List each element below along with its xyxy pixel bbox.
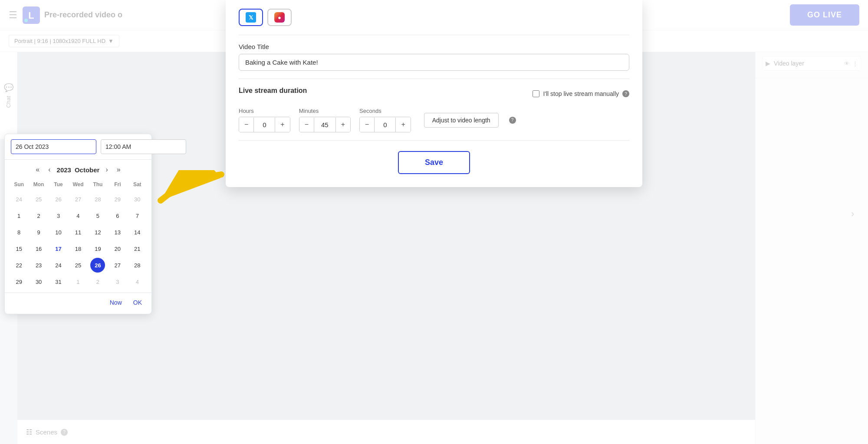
cal-day-19[interactable]: 19 xyxy=(90,241,105,256)
cal-day-28[interactable]: 28 xyxy=(130,258,145,273)
hours-label: Hours xyxy=(239,108,290,114)
cal-day-3[interactable]: 3 xyxy=(51,208,66,223)
calendar-row-1: 24 25 26 27 28 29 30 xyxy=(9,191,147,207)
calendar-year: 2023 xyxy=(57,166,71,174)
next-month-button[interactable]: › xyxy=(103,164,110,175)
cal-day-24-prev[interactable]: 24 xyxy=(12,192,26,207)
adjust-to-video-button[interactable]: Adjust to video length xyxy=(424,113,499,128)
weekday-mon: Mon xyxy=(29,180,48,189)
seconds-control: − 0 + xyxy=(359,117,411,132)
cal-day-29-prev[interactable]: 29 xyxy=(110,192,125,207)
minutes-label: Minutes xyxy=(299,108,351,114)
prev-month-button[interactable]: ‹ xyxy=(46,164,53,175)
cal-day-30[interactable]: 30 xyxy=(31,274,46,289)
calendar-nav: « ‹ 2023 October › » xyxy=(5,160,151,180)
manual-stop-label: I'll stop live stream manually xyxy=(543,90,619,97)
cal-day-4-next[interactable]: 4 xyxy=(130,274,145,289)
cal-day-25-prev[interactable]: 25 xyxy=(31,192,46,207)
weekday-sun: Sun xyxy=(9,180,29,189)
calendar-row-2: 1 2 3 4 5 6 7 xyxy=(9,207,147,224)
cal-day-26-prev[interactable]: 26 xyxy=(51,192,66,207)
now-button[interactable]: Now xyxy=(106,297,125,308)
prev-year-button[interactable]: « xyxy=(33,164,42,175)
minutes-decrement-button[interactable]: − xyxy=(299,117,314,132)
calendar-row-6: 29 30 31 1 2 3 4 xyxy=(9,273,147,290)
cal-day-14[interactable]: 14 xyxy=(130,225,145,240)
cal-day-3-next[interactable]: 3 xyxy=(110,274,125,289)
cal-day-11[interactable]: 11 xyxy=(71,225,85,240)
cal-day-21[interactable]: 21 xyxy=(130,241,145,256)
cal-day-29[interactable]: 29 xyxy=(12,274,26,289)
time-input[interactable] xyxy=(101,139,186,154)
cal-day-31[interactable]: 31 xyxy=(51,274,66,289)
platform-twitter-button[interactable]: 𝕏 xyxy=(239,9,263,26)
weekday-sat: Sat xyxy=(128,180,147,189)
calendar-grid: Sun Mon Tue Wed Thu Fri Sat 24 25 26 27 … xyxy=(5,180,151,290)
manual-stop-checkbox[interactable] xyxy=(533,90,539,97)
save-button[interactable]: Save xyxy=(398,151,470,174)
minutes-unit: Minutes − 45 + xyxy=(299,108,351,132)
divider-2 xyxy=(239,140,629,141)
next-year-button[interactable]: » xyxy=(114,164,123,175)
cal-day-10[interactable]: 10 xyxy=(51,225,66,240)
cal-day-18[interactable]: 18 xyxy=(71,241,85,256)
adjust-help-icon[interactable]: ? xyxy=(509,117,516,124)
seconds-decrement-button[interactable]: − xyxy=(360,117,374,132)
cal-day-5[interactable]: 5 xyxy=(90,208,105,223)
seconds-value: 0 xyxy=(374,118,396,132)
cal-day-25[interactable]: 25 xyxy=(71,258,85,273)
cal-day-26[interactable]: 26 xyxy=(90,258,105,273)
cal-day-27-prev[interactable]: 27 xyxy=(71,192,85,207)
cal-day-7[interactable]: 7 xyxy=(130,208,145,223)
cal-day-6[interactable]: 6 xyxy=(110,208,125,223)
minutes-increment-button[interactable]: + xyxy=(336,117,350,132)
weekday-tue: Tue xyxy=(49,180,68,189)
cal-day-16[interactable]: 16 xyxy=(31,241,46,256)
cal-day-1-next[interactable]: 1 xyxy=(71,274,85,289)
live-stream-duration-title: Live stream duration xyxy=(239,87,307,95)
cal-day-22[interactable]: 22 xyxy=(12,258,26,273)
ok-button[interactable]: OK xyxy=(130,297,145,308)
cal-day-12[interactable]: 12 xyxy=(90,225,105,240)
cal-day-23[interactable]: 23 xyxy=(31,258,46,273)
weekday-wed: Wed xyxy=(68,180,88,189)
weekday-fri: Fri xyxy=(108,180,127,189)
duration-row: Hours − 0 + Minutes − 45 + Seconds − 0 + xyxy=(239,108,629,132)
minutes-control: − 45 + xyxy=(299,117,351,132)
cal-day-4[interactable]: 4 xyxy=(71,208,85,223)
seconds-increment-button[interactable]: + xyxy=(396,117,410,132)
calendar-month: October xyxy=(75,166,100,174)
hours-control: − 0 + xyxy=(239,117,290,132)
calendar-footer: Now OK xyxy=(5,293,151,310)
cal-day-24[interactable]: 24 xyxy=(51,258,66,273)
save-button-area: Save xyxy=(239,151,629,174)
calendar-row-3: 8 9 10 11 12 13 14 xyxy=(9,224,147,240)
instagram-icon: ● xyxy=(274,12,285,23)
calendar-picker: « ‹ 2023 October › » Sun Mon Tue Wed Thu… xyxy=(4,134,152,314)
cal-day-2[interactable]: 2 xyxy=(31,208,46,223)
cal-day-27[interactable]: 27 xyxy=(110,258,125,273)
cal-day-8[interactable]: 8 xyxy=(12,225,26,240)
video-title-input[interactable] xyxy=(239,54,629,71)
modal-dialog: 𝕏 ● Video Title Live stream duration I'l… xyxy=(226,0,642,187)
hours-increment-button[interactable]: + xyxy=(275,117,289,132)
video-title-label: Video Title xyxy=(239,43,629,50)
cal-day-9[interactable]: 9 xyxy=(31,225,46,240)
platform-instagram-button[interactable]: ● xyxy=(267,9,292,26)
manual-stop-help-icon[interactable]: ? xyxy=(622,90,629,97)
cal-day-2-next[interactable]: 2 xyxy=(90,274,105,289)
cal-day-20[interactable]: 20 xyxy=(110,241,125,256)
cal-day-15[interactable]: 15 xyxy=(12,241,26,256)
cal-day-28-prev[interactable]: 28 xyxy=(90,192,105,207)
seconds-unit: Seconds − 0 + xyxy=(359,108,411,132)
cal-day-17[interactable]: 17 xyxy=(51,241,66,256)
date-time-inputs-row xyxy=(5,134,151,160)
calendar-week-header: Sun Mon Tue Wed Thu Fri Sat xyxy=(9,180,147,189)
hours-decrement-button[interactable]: − xyxy=(239,117,253,132)
cal-day-13[interactable]: 13 xyxy=(110,225,125,240)
date-input[interactable] xyxy=(11,139,96,154)
manual-stop-row: I'll stop live stream manually ? xyxy=(533,90,629,97)
cal-day-1[interactable]: 1 xyxy=(12,208,26,223)
cal-day-30-prev[interactable]: 30 xyxy=(130,192,145,207)
weekday-thu: Thu xyxy=(88,180,108,189)
